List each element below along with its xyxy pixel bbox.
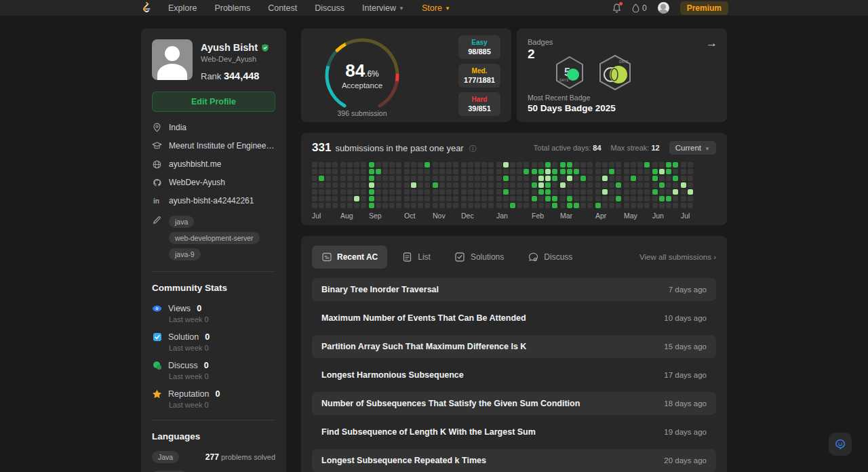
- leetcode-logo-icon[interactable]: [140, 2, 152, 14]
- heatmap-cell: [524, 189, 529, 195]
- period-dropdown[interactable]: Current▼: [669, 141, 716, 155]
- tab-solutions[interactable]: Solutions: [446, 245, 513, 269]
- heatmap-week-column: [396, 162, 401, 208]
- heatmap-cell: [411, 169, 416, 174]
- nav-item-explore[interactable]: Explore: [168, 3, 197, 13]
- edit-profile-button[interactable]: Edit Profile: [152, 92, 275, 112]
- heatmap-cell: [532, 196, 537, 201]
- badge-most-recent-icon[interactable]: DAYS: [596, 54, 634, 91]
- profile-avatar[interactable]: [152, 39, 193, 80]
- location-pin-icon: [152, 123, 162, 132]
- skill-tag-java[interactable]: java: [169, 216, 194, 228]
- submission-row[interactable]: Maximum Number of Events That Can Be Att…: [312, 307, 716, 330]
- notifications-bell-icon[interactable]: [612, 3, 621, 13]
- profile-link-text: ayush-bisht-a42442261: [169, 196, 254, 205]
- heatmap-cell: [616, 176, 621, 181]
- heatmap-week-column: [361, 162, 366, 208]
- heatmap-cell: [396, 176, 401, 181]
- heatmap-week-column: [688, 162, 693, 208]
- profile-link-location-pin[interactable]: India: [152, 123, 275, 132]
- submission-row[interactable]: Longest Subsequence Repeated k Times20 d…: [312, 449, 716, 472]
- info-icon[interactable]: ⓘ: [469, 144, 477, 154]
- heatmap-cell: [609, 169, 614, 174]
- view-all-submissions-link[interactable]: View all submissions ›: [639, 253, 716, 261]
- heatmap-cell: [631, 189, 636, 195]
- tab-discuss[interactable]: Discuss: [519, 245, 582, 269]
- heatmap-cell: [361, 169, 366, 174]
- badges-arrow-icon[interactable]: →: [706, 37, 717, 50]
- submission-calendar-title: submissions in the past one year: [335, 143, 463, 153]
- chat-feedback-button[interactable]: [829, 433, 852, 456]
- difficulty-box-easy[interactable]: Easy98/885: [458, 35, 500, 59]
- heatmap-cell: [595, 176, 601, 181]
- difficulty-box-med[interactable]: Med.177/1881: [458, 64, 500, 87]
- streak-counter[interactable]: 0: [632, 3, 647, 13]
- language-count-value: 277: [205, 452, 219, 462]
- heatmap-cell: [319, 162, 324, 168]
- heatmap-cell: [439, 196, 445, 201]
- heatmap-week-column: [510, 162, 515, 208]
- heatmap-cell: [552, 162, 557, 168]
- tab-recent-ac[interactable]: Recent AC: [312, 245, 387, 269]
- submission-row[interactable]: Partition Array Such That Maximum Differ…: [312, 335, 716, 358]
- heatmap-cell: [609, 196, 614, 201]
- heatmap-cell: [369, 203, 374, 208]
- profile-link-graduation-cap[interactable]: Meerut Institute of Engineering And...: [152, 141, 275, 151]
- heatmap-cell: [326, 169, 331, 174]
- heatmap-cell: [332, 189, 338, 195]
- nav-item-store[interactable]: Store▼: [422, 3, 450, 13]
- submission-row[interactable]: Longest Harmonious Subsequence17 days ag…: [312, 363, 716, 387]
- heatmap-cell: [376, 169, 381, 174]
- heatmap-cell: [461, 162, 467, 168]
- heatmap-cell: [326, 189, 331, 195]
- heatmap-week-column: [503, 162, 509, 208]
- heatmap-cell: [433, 162, 438, 168]
- heatmap-cell: [389, 189, 395, 195]
- heatmap-week-column: [418, 162, 423, 208]
- badge-50-days-icon[interactable]: 5 DAYS: [554, 56, 585, 90]
- heatmap-cell: [517, 189, 522, 195]
- heatmap-cell: [312, 182, 317, 188]
- submission-row[interactable]: Find Subsequence of Length K With the La…: [312, 420, 716, 444]
- heatmap-cell: [524, 169, 529, 174]
- user-avatar[interactable]: [658, 2, 669, 14]
- submission-time: 7 days ago: [669, 286, 707, 294]
- profile-link-globe[interactable]: ayushbisht.me: [152, 159, 275, 169]
- heatmap-cell: [631, 176, 636, 181]
- heatmap-cell: [496, 203, 502, 208]
- heatmap-cell: [453, 203, 458, 208]
- heatmap-cell: [369, 189, 374, 195]
- heatmap-cell: [446, 182, 452, 188]
- skill-tag-web-development-server[interactable]: web-development-server: [169, 232, 260, 244]
- heatmap-cell: [396, 189, 401, 195]
- heatmap-cell: [666, 176, 671, 181]
- heatmap-cell: [517, 169, 522, 174]
- nav-item-problems[interactable]: Problems: [214, 3, 250, 13]
- heatmap-cell: [524, 176, 529, 181]
- profile-link-github[interactable]: WebDev-Ayush: [152, 178, 275, 187]
- nav-item-discuss[interactable]: Discuss: [315, 3, 344, 13]
- heatmap-cell: [446, 169, 452, 174]
- premium-button[interactable]: Premium: [680, 1, 728, 15]
- nav-item-contest[interactable]: Contest: [268, 3, 297, 13]
- acceptance-ring: 84.6% Acceptance 396 submission: [321, 35, 403, 116]
- profile-link-linkedin[interactable]: inayush-bisht-a42442261: [152, 196, 275, 205]
- difficulty-box-hard[interactable]: Hard39/851: [458, 92, 500, 116]
- nav-item-interview[interactable]: Interview▼: [362, 3, 404, 13]
- badges-title: Badges: [528, 38, 716, 46]
- heatmap-cell: [587, 196, 593, 201]
- heatmap-cell: [382, 176, 388, 181]
- submission-row[interactable]: Number of Subsequences That Satisfy the …: [312, 392, 716, 415]
- heatmap-cell: [510, 196, 515, 201]
- heatmap-cell: [503, 182, 509, 188]
- skill-tag-java-9[interactable]: java-9: [169, 248, 201, 260]
- eye-icon: [152, 304, 162, 313]
- heatmap-cell: [382, 196, 388, 201]
- heatmap-cell: [644, 182, 650, 188]
- heatmap-cell: [418, 203, 423, 208]
- tab-list[interactable]: List: [393, 245, 440, 269]
- heatmap-cell: [418, 169, 423, 174]
- heatmap-cell: [418, 182, 423, 188]
- heatmap-cell: [595, 169, 601, 174]
- submission-row[interactable]: Binary Tree Inorder Traversal7 days ago: [312, 278, 716, 301]
